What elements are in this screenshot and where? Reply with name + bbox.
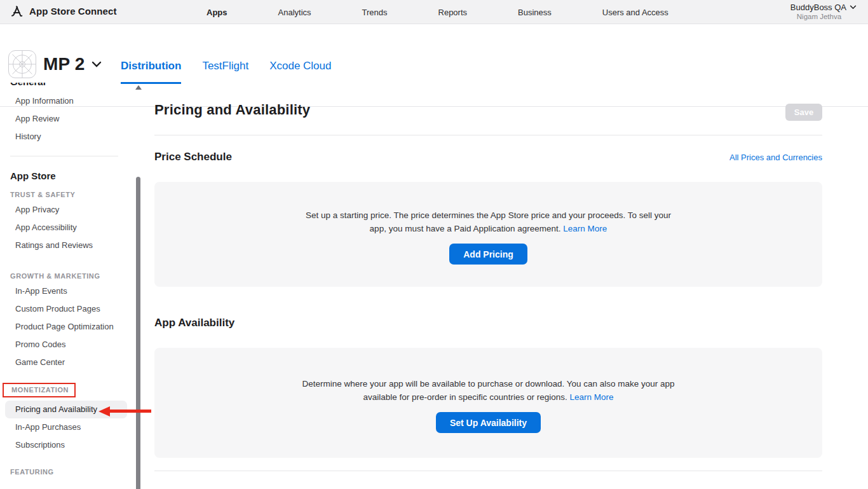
nav-item-business[interactable]: Business xyxy=(518,8,552,17)
sidebar-heading-app-store: App Store xyxy=(0,169,133,183)
nav-item-apps[interactable]: Apps xyxy=(207,8,227,17)
price-schedule-description: Set up a starting price. The price deter… xyxy=(154,209,822,235)
annotation-red-box: MONETIZATION xyxy=(3,383,76,397)
app-tabs: Distribution TestFlight Xcode Cloud xyxy=(121,60,331,84)
sidebar-item-app-accessibility[interactable]: App Accessibility xyxy=(0,219,133,237)
app-store-connect-page: App Store Connect Apps Analytics Trends … xyxy=(0,0,868,489)
sidebar-section-growth-marketing: GROWTH & MARKETING xyxy=(0,270,133,282)
scrollbar-up-arrow-icon[interactable] xyxy=(135,85,142,90)
set-up-availability-button[interactable]: Set Up Availability xyxy=(436,412,541,433)
main-content: Pricing and Availability Save Price Sche… xyxy=(154,83,822,471)
sidebar-item-in-app-events[interactable]: In-App Events xyxy=(0,282,133,300)
app-switcher[interactable]: MP 2 xyxy=(43,54,102,74)
sidebar-scrollbar-thumb[interactable] xyxy=(136,177,140,489)
nav-item-analytics[interactable]: Analytics xyxy=(278,8,311,17)
tab-xcode-cloud[interactable]: Xcode Cloud xyxy=(269,60,331,84)
account-user-name: Nigam Jethva xyxy=(790,13,857,20)
sidebar-heading-general-clipped: General xyxy=(0,83,133,88)
top-nav-menu: Apps Analytics Trends Reports Business U… xyxy=(207,0,668,24)
top-nav-bar: App Store Connect Apps Analytics Trends … xyxy=(0,0,868,24)
page-header: Pricing and Availability Save xyxy=(154,83,822,135)
chevron-down-icon xyxy=(850,5,857,10)
annotation-arrow-shaft xyxy=(109,410,151,413)
sidebar-item-game-center[interactable]: Game Center xyxy=(0,354,133,371)
sidebar: General App Information App Review Histo… xyxy=(0,83,133,489)
app-store-connect-home-link[interactable]: App Store Connect xyxy=(10,4,117,18)
sidebar-section-monetization: MONETIZATION xyxy=(0,383,133,397)
nav-item-reports[interactable]: Reports xyxy=(438,8,468,17)
nav-item-trends[interactable]: Trends xyxy=(362,8,388,17)
tab-distribution[interactable]: Distribution xyxy=(121,60,181,84)
sidebar-item-app-privacy[interactable]: App Privacy xyxy=(0,201,133,219)
app-availability-description: Determine where your app will be availab… xyxy=(154,377,822,404)
divider xyxy=(154,135,822,135)
divider xyxy=(10,156,118,156)
sidebar-item-custom-product-pages[interactable]: Custom Product Pages xyxy=(0,300,133,318)
learn-more-link[interactable]: Learn More xyxy=(569,392,613,402)
account-team-name: BuddyBoss QA xyxy=(790,3,846,12)
account-menu[interactable]: BuddyBoss QA Nigam Jethva xyxy=(790,3,857,20)
sidebar-item-product-page-optimization[interactable]: Product Page Optimization xyxy=(0,318,133,336)
chevron-down-icon xyxy=(92,61,102,67)
sidebar-item-in-app-purchases[interactable]: In-App Purchases xyxy=(0,418,133,436)
app-availability-title: App Availability xyxy=(154,317,234,329)
price-schedule-panel: Set up a starting price. The price deter… xyxy=(154,182,822,287)
sidebar-item-subscriptions[interactable]: Subscriptions xyxy=(0,436,133,454)
page-title: Pricing and Availability xyxy=(154,102,822,118)
brand-title: App Store Connect xyxy=(29,6,117,17)
sidebar-section-featuring: FEATURING xyxy=(0,465,133,478)
sidebar-item-ratings-and-reviews[interactable]: Ratings and Reviews xyxy=(0,237,133,254)
app-placeholder-icon xyxy=(8,50,37,79)
app-availability-header: App Availability xyxy=(154,317,822,331)
sidebar-item-history[interactable]: History xyxy=(0,128,133,146)
sidebar-item-promo-codes[interactable]: Promo Codes xyxy=(0,336,133,354)
price-schedule-header: Price Schedule All Prices and Currencies xyxy=(154,151,822,165)
add-pricing-button[interactable]: Add Pricing xyxy=(449,244,527,265)
app-name: MP 2 xyxy=(43,54,85,74)
sidebar-item-app-review[interactable]: App Review xyxy=(0,110,133,128)
tab-testflight[interactable]: TestFlight xyxy=(202,60,248,84)
sidebar-item-app-information[interactable]: App Information xyxy=(0,92,133,110)
app-header: MP 2 Distribution TestFlight Xcode Cloud xyxy=(0,24,868,83)
annotation-arrow-head-icon xyxy=(98,406,110,417)
app-availability-panel: Determine where your app will be availab… xyxy=(154,348,822,458)
save-button[interactable]: Save xyxy=(785,104,822,121)
app-store-connect-logo-icon xyxy=(10,4,24,18)
all-prices-and-currencies-link[interactable]: All Prices and Currencies xyxy=(729,153,822,162)
price-schedule-title: Price Schedule xyxy=(154,151,232,163)
learn-more-link[interactable]: Learn More xyxy=(563,224,607,233)
nav-item-users-and-access[interactable]: Users and Access xyxy=(602,8,668,17)
divider xyxy=(154,471,822,471)
sidebar-section-trust-safety: TRUST & SAFETY xyxy=(0,188,133,201)
